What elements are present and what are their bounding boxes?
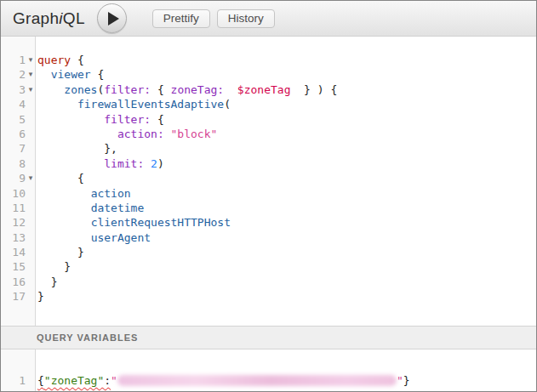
code-text: limit: 2) xyxy=(36,156,164,171)
code-line: 5 filter: { xyxy=(1,112,536,127)
token xyxy=(37,231,91,244)
code-text: }, xyxy=(36,141,117,156)
query-editor[interactable]: 1▾query {2▾ viewer {3▾ zones(filter: { z… xyxy=(1,37,536,326)
fold-arrow-icon[interactable]: ▾ xyxy=(26,171,36,185)
fold-arrow-icon[interactable]: ▾ xyxy=(26,53,36,67)
line-number: 7 xyxy=(1,141,26,156)
token: } xyxy=(37,276,57,288)
line-number: 12 xyxy=(1,215,26,230)
fold-gutter-spacer xyxy=(26,259,36,274)
token: ( xyxy=(224,98,231,111)
fold-gutter-spacer xyxy=(26,373,36,388)
code-line: 17} xyxy=(1,289,536,304)
token: } xyxy=(37,246,84,258)
line-number: 5 xyxy=(1,112,26,127)
token: zones xyxy=(64,83,97,96)
token: query xyxy=(37,54,71,66)
token xyxy=(37,187,91,200)
code-line: 8 limit: 2) xyxy=(1,156,536,171)
token xyxy=(144,157,151,170)
token: firewallEventsAdaptive xyxy=(77,98,224,111)
line-number: 15 xyxy=(1,259,26,274)
token: { xyxy=(37,374,44,387)
line-number: 6 xyxy=(1,127,26,141)
code-text: {"zoneTag":""} xyxy=(36,373,410,388)
token: { xyxy=(71,54,84,66)
logo-text-ql: QL xyxy=(63,9,85,27)
fold-gutter-spacer xyxy=(26,186,36,201)
fold-gutter-spacer xyxy=(26,245,36,259)
token xyxy=(164,128,171,140)
code-text: { xyxy=(36,171,84,185)
toolbar: GraphiQL Prettify History xyxy=(1,1,536,37)
fold-gutter-spacer xyxy=(26,201,36,215)
token: { xyxy=(37,172,84,185)
code-line: 9▾ { xyxy=(1,171,536,185)
token: " xyxy=(111,374,117,387)
token xyxy=(37,128,117,140)
token xyxy=(37,113,104,126)
token: 2 xyxy=(151,157,157,170)
fold-gutter-spacer xyxy=(26,275,36,289)
token xyxy=(37,216,91,229)
code-text: } xyxy=(36,275,57,289)
token: zoneTag: xyxy=(171,83,225,96)
line-number: 16 xyxy=(1,275,26,289)
token: { xyxy=(151,83,170,96)
code-text: } xyxy=(36,245,84,259)
line-number: 1 xyxy=(1,53,26,67)
line-number: 4 xyxy=(1,97,26,111)
line-number: 3 xyxy=(1,82,26,97)
token xyxy=(37,83,64,96)
history-button[interactable]: History xyxy=(217,9,275,28)
fold-gutter-spacer xyxy=(26,215,36,230)
query-variables-header[interactable]: QUERY VARIABLES xyxy=(1,326,536,349)
token: limit: xyxy=(104,157,144,170)
code-text: query { xyxy=(36,53,84,67)
token: ) xyxy=(157,157,164,170)
token: filter: xyxy=(104,83,151,96)
fold-gutter-spacer xyxy=(26,230,36,245)
line-number: 11 xyxy=(1,201,26,215)
code-line: 4 firewallEventsAdaptive( xyxy=(1,97,536,111)
token: }, xyxy=(37,142,117,155)
code-line: 1▾query { xyxy=(1,53,536,67)
line-number: 13 xyxy=(1,230,26,245)
token: } xyxy=(37,260,71,273)
token: } xyxy=(37,290,44,303)
variables-editor[interactable]: 1{"zoneTag":""} xyxy=(1,349,536,391)
code-text: action xyxy=(36,186,131,201)
token: filter: xyxy=(104,113,151,126)
redacted-zone-id-blur xyxy=(117,375,397,386)
graphiql-logo: GraphiQL xyxy=(13,9,85,28)
token: "block" xyxy=(171,128,218,140)
graphiql-window: GraphiQL Prettify History 1▾query {2▾ vi… xyxy=(0,0,537,392)
code-line: 11 datetime xyxy=(1,201,536,215)
token: " xyxy=(397,374,403,387)
token: $zoneTag xyxy=(237,83,291,96)
code-line: 1{"zoneTag":""} xyxy=(1,373,536,388)
code-line: 2▾ viewer { xyxy=(1,67,536,82)
code-line: 13 userAgent xyxy=(1,230,536,245)
token: } xyxy=(403,374,410,387)
query-variables-title: QUERY VARIABLES xyxy=(37,332,138,343)
code-text: clientRequestHTTPHost xyxy=(36,215,231,230)
token xyxy=(37,68,51,81)
token xyxy=(37,98,77,111)
line-number: 17 xyxy=(1,289,26,304)
fold-gutter-spacer xyxy=(26,112,36,127)
prettify-button[interactable]: Prettify xyxy=(152,9,210,28)
code-line: 6 action: "block" xyxy=(1,127,536,141)
token: action: xyxy=(117,128,164,140)
fold-arrow-icon[interactable]: ▾ xyxy=(26,82,36,97)
code-line: 15 } xyxy=(1,259,536,274)
line-number: 10 xyxy=(1,186,26,201)
code-text: viewer { xyxy=(36,67,104,82)
fold-arrow-icon[interactable]: ▾ xyxy=(26,67,36,82)
execute-query-button[interactable] xyxy=(97,3,127,33)
code-line: 16 } xyxy=(1,275,536,289)
fold-gutter-spacer xyxy=(26,141,36,156)
fold-gutter-spacer xyxy=(26,127,36,141)
token: viewer xyxy=(51,68,91,81)
code-line: 12 clientRequestHTTPHost xyxy=(1,215,536,230)
